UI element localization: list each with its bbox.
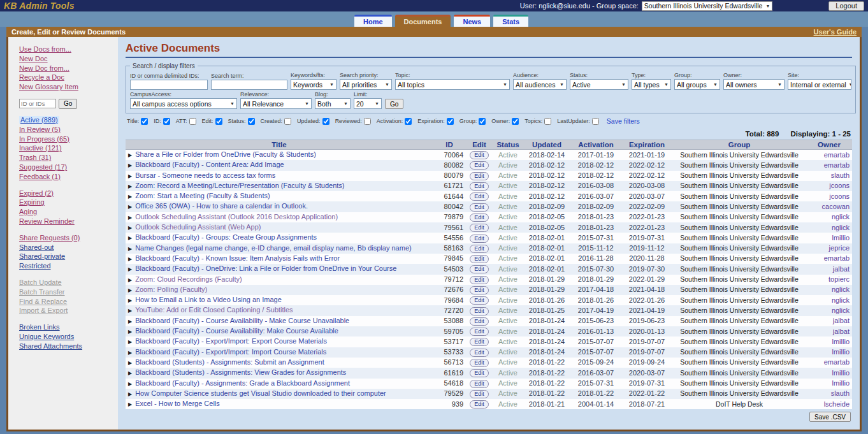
filter-select[interactable]: All groups▼ bbox=[674, 79, 720, 90]
column-toggle-checkbox[interactable] bbox=[248, 118, 255, 125]
column-toggle-checkbox[interactable] bbox=[364, 118, 371, 125]
filters-go-button[interactable]: Go bbox=[385, 99, 403, 109]
edit-button[interactable]: Edit bbox=[470, 172, 489, 180]
column-toggle-checkbox[interactable] bbox=[141, 118, 148, 125]
row-expand-icon[interactable]: ▶ bbox=[128, 204, 132, 210]
save-filters-link[interactable]: Save filters bbox=[607, 117, 640, 125]
row-expand-icon[interactable]: ▶ bbox=[128, 308, 132, 314]
doc-owner-link[interactable]: emartab bbox=[824, 151, 850, 159]
row-expand-icon[interactable]: ▶ bbox=[128, 235, 132, 241]
doc-title-link[interactable]: Blackboard (Faculty) - Export/Import: Ex… bbox=[135, 337, 327, 345]
doc-owner-link[interactable]: slauth bbox=[831, 389, 850, 397]
edit-button[interactable]: Edit bbox=[470, 245, 489, 253]
doc-owner-link[interactable]: lmillio bbox=[832, 348, 850, 356]
doc-title-link[interactable]: Blackboard (Faculty) - Course Availabili… bbox=[135, 327, 338, 335]
filter-input[interactable] bbox=[211, 80, 287, 90]
column-toggle-checkbox[interactable] bbox=[479, 118, 486, 125]
edit-button[interactable]: Edit bbox=[470, 390, 489, 398]
row-expand-icon[interactable]: ▶ bbox=[128, 350, 132, 356]
sidebar-link-recycle-a-doc[interactable]: Recycle a Doc bbox=[19, 73, 64, 81]
tab-news[interactable]: News bbox=[454, 15, 490, 27]
doc-owner-link[interactable]: emartab bbox=[824, 358, 850, 366]
id-search-go-button[interactable]: Go bbox=[59, 99, 77, 109]
row-expand-icon[interactable]: ▶ bbox=[128, 360, 132, 366]
edit-button[interactable]: Edit bbox=[470, 307, 489, 315]
sidebar-link-feedback-1[interactable]: Feedback (1) bbox=[19, 173, 61, 180]
edit-button[interactable]: Edit bbox=[470, 286, 489, 294]
edit-button[interactable]: Edit bbox=[470, 235, 489, 243]
doc-title-link[interactable]: Bursar - Someone needs to access tax for… bbox=[135, 171, 275, 179]
column-toggle-checkbox[interactable] bbox=[284, 118, 291, 125]
column-header-group[interactable]: Group bbox=[672, 140, 806, 150]
row-expand-icon[interactable]: ▶ bbox=[128, 184, 132, 189]
filter-select[interactable]: All topics▼ bbox=[395, 79, 510, 90]
row-expand-icon[interactable]: ▶ bbox=[128, 381, 132, 387]
doc-owner-link[interactable]: jcoons bbox=[829, 192, 850, 200]
edit-button[interactable]: Edit bbox=[470, 359, 489, 367]
doc-title-link[interactable]: Outlook Scheduling Assistant (Web App) bbox=[135, 223, 261, 231]
edit-button[interactable]: Edit bbox=[470, 203, 489, 212]
tab-home[interactable]: Home bbox=[354, 15, 392, 27]
doc-owner-link[interactable]: jalbat bbox=[833, 265, 850, 273]
edit-button[interactable]: Edit bbox=[470, 224, 489, 232]
row-expand-icon[interactable]: ▶ bbox=[128, 173, 132, 179]
sidebar-link-in-progress-65[interactable]: In Progress (65) bbox=[19, 135, 69, 143]
doc-title-link[interactable]: Blackboard (Faculty) - OneDrive: Link a … bbox=[135, 264, 396, 272]
sidebar-link-expired-2[interactable]: Expired (2) bbox=[19, 189, 54, 197]
row-expand-icon[interactable]: ▶ bbox=[128, 246, 132, 252]
edit-button[interactable]: Edit bbox=[470, 338, 489, 346]
edit-button[interactable]: Edit bbox=[470, 296, 489, 305]
edit-button[interactable]: Edit bbox=[470, 255, 489, 263]
sidebar-link-review-reminder[interactable]: Review Reminder bbox=[19, 217, 75, 225]
doc-title-link[interactable]: Blackboard (Faculty) - Export/Import: Im… bbox=[135, 348, 326, 356]
edit-button[interactable]: Edit bbox=[470, 369, 489, 377]
edit-button[interactable]: Edit bbox=[470, 161, 489, 170]
row-expand-icon[interactable]: ▶ bbox=[128, 391, 132, 397]
column-toggle-checkbox[interactable] bbox=[544, 118, 551, 125]
doc-title-link[interactable]: Blackboard (Students) - Assignments: Vie… bbox=[135, 368, 346, 376]
doc-title-link[interactable]: Name Changes (legal name change, e-ID ch… bbox=[135, 244, 412, 252]
tab-documents[interactable]: Documents bbox=[395, 15, 451, 27]
doc-title-link[interactable]: Blackboard (Faculty) - Known Issue: Item… bbox=[135, 254, 340, 262]
column-header-activation[interactable]: Activation bbox=[570, 140, 621, 150]
column-toggle-checkbox[interactable] bbox=[322, 118, 329, 125]
doc-owner-link[interactable]: nglick bbox=[832, 224, 850, 231]
column-toggle-checkbox[interactable] bbox=[163, 118, 170, 125]
sidebar-link-new-glossary-item[interactable]: New Glossary Item bbox=[19, 83, 78, 90]
doc-owner-link[interactable]: nglick bbox=[832, 296, 850, 304]
sidebar-link-share-requests-0[interactable]: Share Requests (0) bbox=[19, 234, 80, 242]
column-header-id[interactable]: ID bbox=[433, 140, 466, 150]
doc-owner-link[interactable]: jcoons bbox=[829, 182, 850, 189]
column-toggle-checkbox[interactable] bbox=[512, 118, 519, 125]
filter-select[interactable]: All owners▼ bbox=[723, 79, 785, 90]
sidebar-link-trash-31[interactable]: Trash (31) bbox=[19, 154, 51, 161]
doc-title-link[interactable]: Blackboard (Faculty) - Content Area: Add… bbox=[135, 161, 284, 168]
doc-owner-link[interactable]: emartab bbox=[824, 254, 850, 262]
sidebar-link-active-889[interactable]: Active (889) bbox=[19, 116, 59, 124]
save-csv-button[interactable]: Save .CSV bbox=[809, 412, 851, 422]
filter-select[interactable]: Active▼ bbox=[570, 79, 628, 90]
column-header-title[interactable]: Title bbox=[126, 140, 433, 150]
edit-button[interactable]: Edit bbox=[470, 349, 489, 357]
doc-owner-link[interactable]: nglick bbox=[832, 286, 850, 293]
row-expand-icon[interactable]: ▶ bbox=[128, 329, 132, 335]
edit-button[interactable]: Edit bbox=[470, 265, 489, 273]
sidebar-link-use-docs-from[interactable]: Use Docs from... bbox=[19, 45, 71, 53]
column-header-status[interactable]: Status bbox=[493, 140, 523, 150]
column-toggle-checkbox[interactable] bbox=[447, 118, 454, 125]
edit-button[interactable]: Edit bbox=[470, 213, 489, 222]
column-header-owner[interactable]: Owner bbox=[806, 140, 852, 150]
doc-title-link[interactable]: Blackboard (Students) - Assignments: Sub… bbox=[135, 358, 324, 366]
filter-select[interactable]: Both▼ bbox=[315, 98, 351, 109]
column-header-expiration[interactable]: Expiration bbox=[621, 140, 672, 150]
filter-input[interactable] bbox=[130, 80, 208, 90]
row-expand-icon[interactable]: ▶ bbox=[128, 215, 132, 221]
row-expand-icon[interactable]: ▶ bbox=[128, 152, 132, 158]
doc-owner-link[interactable]: lmillio bbox=[832, 369, 850, 377]
sidebar-link-inactive-121[interactable]: Inactive (121) bbox=[19, 144, 62, 152]
id-search-input[interactable] bbox=[19, 99, 56, 108]
column-toggle-checkbox[interactable] bbox=[592, 118, 599, 125]
users-guide-link[interactable]: User's Guide bbox=[814, 28, 857, 36]
sidebar-link-new-doc[interactable]: New Doc bbox=[19, 55, 48, 62]
row-expand-icon[interactable]: ▶ bbox=[128, 256, 132, 262]
